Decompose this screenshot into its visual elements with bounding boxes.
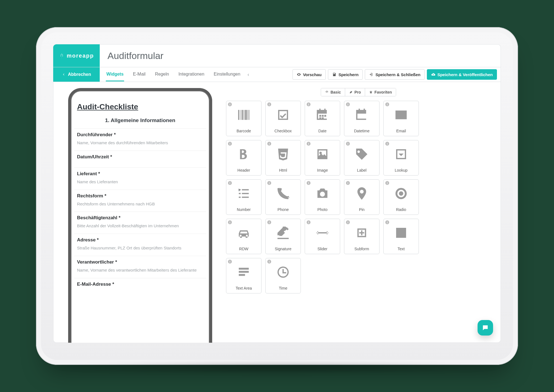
tab-e-mail[interactable]: E-Mail xyxy=(132,68,146,81)
brand-logo[interactable]: moreapp xyxy=(53,44,100,67)
info-icon[interactable]: i xyxy=(228,102,232,106)
segment-pro-label: Pro xyxy=(355,90,361,94)
info-icon[interactable]: i xyxy=(307,102,311,106)
topbar: moreapp Auditformular xyxy=(53,44,501,67)
widget-signature[interactable]: iSignature xyxy=(265,219,301,254)
segment-pro[interactable]: Pro xyxy=(345,88,365,96)
field-label: Durchführender * xyxy=(77,132,203,138)
widget-image[interactable]: iImage xyxy=(305,140,340,176)
widget-pin[interactable]: iPin xyxy=(344,179,379,215)
preview-button[interactable]: Vorschau xyxy=(293,69,326,80)
number-icon xyxy=(236,180,251,207)
info-icon[interactable]: i xyxy=(267,102,271,106)
phone-icon xyxy=(276,180,291,207)
info-icon[interactable]: i xyxy=(228,260,232,264)
info-icon[interactable]: i xyxy=(267,260,271,264)
widget-datetime[interactable]: iDatetime xyxy=(344,101,379,136)
segment-basic[interactable]: Basic xyxy=(321,88,345,96)
widget-barcode[interactable]: iBarcode xyxy=(226,101,261,136)
info-icon[interactable]: i xyxy=(267,220,271,224)
form-field[interactable]: Lieferant *Name des Lieferanten xyxy=(74,167,206,190)
widget-phone[interactable]: iPhone xyxy=(265,179,301,215)
widget-photo[interactable]: iPhoto xyxy=(305,179,340,215)
widget-label: Slider xyxy=(317,247,327,251)
app-window: moreapp Auditformular Abbrechen WidgetsE… xyxy=(53,44,501,343)
tab-einstellungen[interactable]: Einstellungen xyxy=(213,68,241,81)
info-icon[interactable]: i xyxy=(385,102,389,106)
save-publish-button[interactable]: Speichern & Veröffentlichen xyxy=(427,69,497,80)
tab-widgets[interactable]: Widgets xyxy=(106,68,124,81)
field-label: Lieferant * xyxy=(77,171,203,177)
field-hint: Bitte Anzahl der Vollzeit-Beschäftigten … xyxy=(77,223,203,229)
pin-icon xyxy=(354,180,369,207)
widget-html[interactable]: iHtml xyxy=(265,140,301,176)
checkbox-icon xyxy=(276,101,291,129)
widget-rdw[interactable]: iRDW xyxy=(226,219,261,254)
widget-number[interactable]: iNumber xyxy=(226,179,261,215)
form-field[interactable]: Rechtsform *Rechtsform des Unternehmens … xyxy=(74,190,206,212)
field-hint: Straße Hausnummer, PLZ Ort des überprüft… xyxy=(77,246,203,251)
widget-lookup[interactable]: iLookup xyxy=(383,140,419,176)
info-icon[interactable]: i xyxy=(346,102,350,106)
widget-email[interactable]: iEmail xyxy=(383,101,419,136)
signature-icon xyxy=(276,219,291,247)
workspace: Audit-Checkliste 1. Allgemeine Informati… xyxy=(53,82,501,343)
info-icon[interactable]: i xyxy=(307,220,311,224)
widget-radio[interactable]: iRadio xyxy=(383,179,419,215)
chat-fab[interactable] xyxy=(478,320,493,336)
widget-label: Text xyxy=(397,247,405,251)
info-icon[interactable]: i xyxy=(307,181,311,185)
info-icon[interactable]: i xyxy=(385,220,389,224)
photo-icon xyxy=(315,180,330,207)
widget-checkbox[interactable]: iCheckbox xyxy=(265,101,301,136)
rdw-icon xyxy=(236,219,251,247)
widget-header[interactable]: iHeader xyxy=(226,140,261,176)
info-icon[interactable]: i xyxy=(228,220,232,224)
page-title: Auditformular xyxy=(100,44,501,67)
segment-favorites[interactable]: Favoriten xyxy=(365,88,396,96)
info-icon[interactable]: i xyxy=(346,142,350,146)
widget-subform[interactable]: iSubform xyxy=(344,219,379,254)
widget-date[interactable]: iDate xyxy=(305,101,340,136)
save-button[interactable]: Speichern xyxy=(328,69,363,80)
info-icon[interactable]: i xyxy=(307,142,311,146)
form-field[interactable]: Verantwortlicher *Name, Vorname des vera… xyxy=(74,256,206,278)
info-icon[interactable]: i xyxy=(267,181,271,185)
info-icon[interactable]: i xyxy=(346,181,350,185)
widget-label[interactable]: iLabel xyxy=(344,140,379,176)
widget-textarea[interactable]: iText Area xyxy=(226,258,261,293)
cancel-label: Abbrechen xyxy=(68,72,91,77)
widget-label: Lookup xyxy=(395,168,407,172)
widget-label: Time xyxy=(279,286,288,290)
tab-regeln[interactable]: Regeln xyxy=(154,68,170,81)
info-icon[interactable]: i xyxy=(385,181,389,185)
widget-label: Date xyxy=(318,129,327,133)
save-close-button[interactable]: Speichern & Schließen xyxy=(365,69,425,80)
form-field[interactable]: E-Mail-Adresse * xyxy=(74,278,206,295)
widget-label: Subform xyxy=(355,247,369,251)
widget-text[interactable]: iText xyxy=(383,219,419,254)
form-field[interactable]: Adresse *Straße Hausnummer, PLZ Ort des … xyxy=(74,234,206,256)
widget-slider[interactable]: iSlider xyxy=(305,219,340,254)
info-icon[interactable]: i xyxy=(228,181,232,185)
html-icon xyxy=(276,140,291,168)
form-field[interactable]: Beschäftigtenzahl *Bitte Anzahl der Voll… xyxy=(74,212,206,234)
cloud-upload-icon xyxy=(431,72,435,77)
info-icon[interactable]: i xyxy=(228,142,232,146)
tabs-overflow-chevron-icon[interactable]: ‹ xyxy=(248,72,249,78)
form-canvas[interactable]: Audit-Checkliste 1. Allgemeine Informati… xyxy=(74,94,206,343)
widget-label: RDW xyxy=(239,247,248,251)
field-label: Datum/Uhrzeit * xyxy=(77,154,203,160)
info-icon[interactable]: i xyxy=(385,142,389,146)
cancel-button[interactable]: Abbrechen xyxy=(53,67,100,82)
form-field[interactable]: Datum/Uhrzeit * xyxy=(74,151,206,167)
info-icon[interactable]: i xyxy=(267,142,271,146)
field-hint: Name, Vorname des verantwortlichen Mitar… xyxy=(77,268,203,273)
slider-icon xyxy=(315,219,330,247)
widget-label: Signature xyxy=(275,247,291,251)
widget-time[interactable]: iTime xyxy=(265,258,301,293)
form-field[interactable]: Durchführender *Name, Vorname des durchf… xyxy=(74,128,206,151)
tab-integrationen[interactable]: Integrationen xyxy=(178,68,205,81)
segment-basic-label: Basic xyxy=(330,90,341,94)
info-icon[interactable]: i xyxy=(346,220,350,224)
